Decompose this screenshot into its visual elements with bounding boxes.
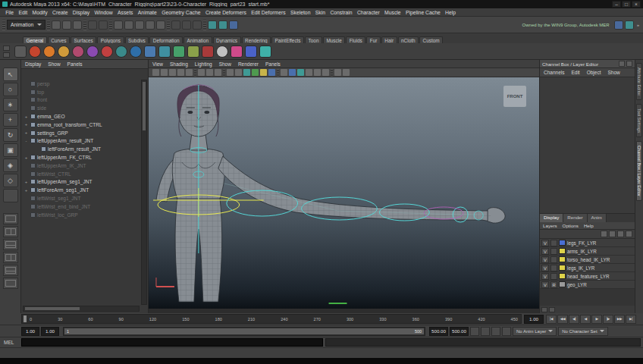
shelf-tab-animation[interactable]: Animation <box>183 36 212 43</box>
play-forwards-button[interactable]: ▶ <box>591 315 602 324</box>
paint-select-tool[interactable]: ∗ <box>3 98 18 111</box>
close-button[interactable]: × <box>632 1 641 8</box>
resolution-gate-icon[interactable] <box>235 69 242 76</box>
playback-speed-icon[interactable] <box>502 327 511 336</box>
layer-menu-options[interactable]: Options <box>563 223 579 228</box>
layout-single-pane-button[interactable] <box>3 213 18 224</box>
tab-tool-settings[interactable]: Tool Settings <box>636 104 642 137</box>
layer-row[interactable]: VRgeo_LYR <box>540 281 635 289</box>
go-to-end-button[interactable]: ▶| <box>626 315 636 324</box>
show-modeling-toolkit-icon[interactable] <box>614 20 623 30</box>
status-grip[interactable] <box>203 20 206 30</box>
command-line-input[interactable] <box>21 338 323 347</box>
layer-row[interactable]: Vlegs_IK_LYR <box>540 264 635 272</box>
snap-to-view-plane-icon[interactable] <box>146 20 155 30</box>
layer-name[interactable]: legs_FK_LYR <box>567 240 596 246</box>
make-live-icon[interactable] <box>156 20 165 30</box>
move-layer-up-icon[interactable] <box>601 231 607 237</box>
viewport-menu-panels[interactable]: Panels <box>265 61 281 67</box>
layout-persp-outliner-button[interactable] <box>3 278 18 289</box>
layer-visibility-toggle[interactable]: V <box>541 265 549 271</box>
layer-visibility-toggle[interactable]: V <box>541 281 549 288</box>
scroll-up-icon[interactable] <box>541 307 547 312</box>
character-set-selector[interactable]: No Character Set <box>558 327 607 336</box>
safe-action-icon[interactable] <box>260 69 267 76</box>
outliner-menu-show[interactable]: Show <box>48 61 60 67</box>
maximize-button[interactable]: □ <box>622 1 631 8</box>
construction-history-icon[interactable] <box>193 20 202 30</box>
outliner-item[interactable]: +leftUpperArm_FK_CTRL <box>21 153 148 162</box>
shelf-menu-buttons[interactable] <box>3 46 10 58</box>
shelf-tab-surfaces[interactable]: Surfaces <box>71 36 96 43</box>
menu-skeleton[interactable]: Skeleton <box>288 10 313 15</box>
step-back-frame-button[interactable]: ◀◀ <box>557 315 568 324</box>
layer-menu-help[interactable]: Help <box>584 223 594 228</box>
layer-color-swatch[interactable] <box>559 281 566 287</box>
snap-to-grid-icon[interactable] <box>114 20 123 30</box>
outliner-item[interactable]: leftWrist_end_bind_JNT <box>21 202 148 211</box>
shelf-item-9[interactable] <box>130 46 142 58</box>
shelf-tab-subdivs[interactable]: Subdivs <box>125 36 149 43</box>
status-grip[interactable] <box>83 20 86 30</box>
step-forward-key-button[interactable]: |▶ <box>603 315 613 324</box>
render-current-frame-icon[interactable] <box>208 20 217 30</box>
layout-four-pane-button[interactable] <box>3 265 18 276</box>
shelf-tab-muscle[interactable]: Muscle <box>323 36 345 43</box>
redo-icon[interactable] <box>99 20 108 30</box>
menu-help[interactable]: Help <box>443 10 458 15</box>
layout-two-pane-stacked-button[interactable] <box>3 239 18 250</box>
shelf-tab-ncloth[interactable]: nCloth <box>398 36 419 43</box>
layer-name[interactable]: torso_head_IK_LYR <box>567 257 610 262</box>
shelf-item-16[interactable] <box>231 46 243 58</box>
select-tool[interactable]: ↖ <box>3 67 18 81</box>
outliner-menu-display[interactable]: Display <box>25 61 41 67</box>
layer-playback-toggle[interactable] <box>550 248 557 255</box>
expander-icon[interactable]: + <box>24 155 29 160</box>
speed-control-icon[interactable] <box>626 61 632 67</box>
layer-row[interactable]: Vlegs_FK_LYR <box>540 239 635 247</box>
layer-playback-toggle[interactable]: R <box>550 281 557 288</box>
shelf-tab-general[interactable]: General <box>23 36 47 43</box>
layer-name[interactable]: arms_IK_LYR <box>567 249 597 254</box>
new-empty-layer-icon[interactable] <box>617 231 624 237</box>
use-default-lighting-icon[interactable] <box>314 69 321 76</box>
shelf-item-13[interactable] <box>187 46 199 58</box>
viewport-menu-lighting[interactable]: Lighting <box>195 61 212 67</box>
shelf-item-5[interactable] <box>72 46 84 58</box>
channel-list-empty[interactable] <box>540 77 635 213</box>
shelf-item-8[interactable] <box>115 46 127 58</box>
move-layer-down-icon[interactable] <box>609 231 616 237</box>
menu-skin[interactable]: Skin <box>313 10 328 15</box>
outliner-item[interactable]: leftWrist_loc_GRP <box>21 211 148 219</box>
outliner-item[interactable]: +leftUpperArm_seg1_JNT <box>21 178 148 187</box>
play-backwards-button[interactable]: ◀ <box>580 315 591 324</box>
animation-preferences-icon[interactable] <box>481 327 490 336</box>
grid-icon[interactable] <box>215 69 221 76</box>
anim-layer-selector[interactable]: No Anim Layer <box>513 327 557 336</box>
shelf-tab-deformation[interactable]: Deformation <box>149 36 183 43</box>
layer-name[interactable]: legs_IK_LYR <box>567 265 594 271</box>
output-connections-icon[interactable] <box>182 20 191 30</box>
shelf-item-12[interactable] <box>173 46 185 58</box>
menu-modify[interactable]: Modify <box>30 10 49 15</box>
scrollbar-thumb[interactable] <box>25 307 80 310</box>
shelf-item-3[interactable] <box>43 46 55 58</box>
viewport-canvas[interactable]: FRONT <box>149 77 539 313</box>
shelf-item-1[interactable] <box>14 46 27 58</box>
manipulator-display-icon[interactable] <box>619 61 625 67</box>
menu-assets[interactable]: Assets <box>115 10 136 15</box>
outliner-item[interactable]: leftWrist_CTRL <box>21 170 148 178</box>
range-slider-track[interactable]: 1 500 <box>63 327 425 336</box>
outliner-menu-panels[interactable]: Panels <box>67 61 83 67</box>
channel-menu-channels[interactable]: Channels <box>544 70 564 75</box>
menu-character[interactable]: Character <box>355 10 382 15</box>
wireframe-on-shaded-icon[interactable] <box>297 69 304 76</box>
viewport-menu-renderer[interactable]: Renderer <box>238 61 259 67</box>
sidebar-expand-icon[interactable]: » <box>635 23 641 27</box>
channel-menu-show[interactable]: Show <box>607 70 619 75</box>
shelf-gear-icon[interactable] <box>3 52 10 58</box>
lasso-select-tool[interactable]: ○ <box>3 83 18 96</box>
tab-display-layers[interactable]: Display <box>540 214 563 222</box>
show-manipulator-tool[interactable]: ◇ <box>3 174 18 187</box>
outliner-item[interactable]: persp <box>21 80 148 88</box>
